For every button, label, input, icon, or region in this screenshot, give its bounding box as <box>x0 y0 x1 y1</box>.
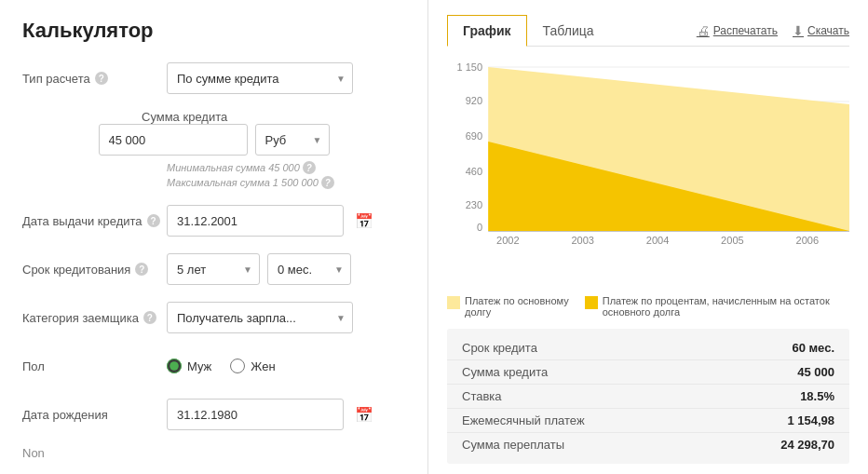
birth-date-label: Дата рождения <box>22 408 167 422</box>
summary-table: Срок кредита 60 мес. Сумма кредита 45 00… <box>447 329 849 464</box>
print-icon: 🖨 <box>697 23 710 38</box>
bottom-note: Non <box>22 446 405 460</box>
summary-row-3: Ежемесячный платеж 1 154,98 <box>447 409 849 433</box>
borrower-category-help-icon[interactable]: ? <box>143 311 156 324</box>
years-select-wrapper: 5 лет ▼ <box>167 253 260 285</box>
gender-female-label: Жен <box>251 359 275 373</box>
svg-text:920: 920 <box>466 95 482 106</box>
chart-svg: 1 150 920 690 460 230 0 2002 2003 2004 2… <box>447 58 849 244</box>
summary-row-2: Ставка 18.5% <box>447 385 849 409</box>
legend-color-0 <box>447 296 460 309</box>
svg-text:2006: 2006 <box>796 235 820 244</box>
svg-text:2003: 2003 <box>571 235 594 244</box>
loan-amount-label: Сумма кредита <box>142 110 286 124</box>
tab-actions: 🖨 Распечатать ⬇ Скачать <box>697 23 849 38</box>
gender-male-label: Муж <box>187 359 211 373</box>
calc-type-label: Тип расчета ? <box>22 72 167 86</box>
tab-tablica[interactable]: Таблица <box>527 15 610 47</box>
months-select-wrapper: 0 мес. ▼ <box>267 253 351 285</box>
currency-select-wrapper: Руб ▼ <box>255 124 330 156</box>
svg-text:690: 690 <box>466 130 482 142</box>
summary-label-2: Ставка <box>462 389 800 403</box>
print-button[interactable]: 🖨 Распечатать <box>697 23 778 38</box>
legend-item-1: Платеж по процентам, начисленным на оста… <box>585 295 849 318</box>
summary-value-0: 60 мес. <box>792 341 834 355</box>
birth-date-row: Дата рождения 📅 <box>22 398 405 431</box>
gender-control: Муж Жен <box>167 359 405 373</box>
svg-text:230: 230 <box>466 199 482 210</box>
tabs-row: График Таблица 🖨 Распечатать ⬇ Скачать <box>447 15 849 47</box>
legend-item-0: Платеж по основному долгу <box>447 295 570 318</box>
summary-row-1: Сумма кредита 45 000 <box>447 360 849 385</box>
issue-date-input[interactable] <box>167 205 344 237</box>
years-select[interactable]: 5 лет <box>167 253 260 285</box>
gender-female-radio[interactable] <box>230 359 245 373</box>
birth-date-input[interactable] <box>167 399 344 430</box>
hint-min: Минимальная сумма 45 000 ? <box>167 161 316 174</box>
legend-color-1 <box>585 296 598 309</box>
calc-type-row: Тип расчета ? По сумме кредита ▼ <box>22 61 405 95</box>
gender-male-radio[interactable] <box>167 359 182 373</box>
gender-label: Пол <box>22 359 167 373</box>
tab-grafik[interactable]: График <box>447 15 527 47</box>
calc-type-select-wrapper: По сумме кредита ▼ <box>167 62 353 94</box>
borrower-category-select-wrapper: Получатель зарпла... ▼ <box>167 302 353 333</box>
svg-text:0: 0 <box>477 222 482 233</box>
issue-date-label: Дата выдачи кредита ? <box>22 214 167 228</box>
gender-radio-group: Муж Жен <box>167 359 276 373</box>
svg-text:1 150: 1 150 <box>457 61 483 73</box>
svg-text:460: 460 <box>466 166 482 177</box>
issue-date-control: 📅 <box>167 205 405 237</box>
gender-female-option[interactable]: Жен <box>230 359 275 373</box>
right-panel: График Таблица 🖨 Распечатать ⬇ Скачать 1… <box>428 0 868 474</box>
months-select[interactable]: 0 мес. <box>267 253 351 285</box>
term-row: Срок кредитования ? 5 лет ▼ 0 мес. ▼ <box>22 252 405 286</box>
hint-min-help-icon[interactable]: ? <box>303 161 316 174</box>
loan-amount-inner: Сумма кредита Руб ▼ <box>22 110 405 156</box>
left-panel: Калькулятор Тип расчета ? По сумме креди… <box>0 0 428 474</box>
loan-amount-input[interactable] <box>99 124 248 156</box>
birth-date-control: 📅 <box>167 399 405 430</box>
calc-type-help-icon[interactable]: ? <box>95 72 108 85</box>
gender-row: Пол Муж Жен <box>22 349 405 383</box>
currency-select[interactable]: Руб <box>255 124 330 156</box>
hint-max: Максимальная сумма 1 500 000 ? <box>167 176 334 189</box>
summary-label-4: Сумма переплаты <box>462 438 780 452</box>
loan-amount-row: Сумма кредита Руб ▼ Минимальная сумма 45… <box>22 110 405 189</box>
summary-value-1: 45 000 <box>797 365 834 379</box>
borrower-category-row: Категория заемщика ? Получатель зарпла..… <box>22 301 405 334</box>
borrower-category-control: Получатель зарпла... ▼ <box>167 302 405 333</box>
gender-male-option[interactable]: Муж <box>167 359 211 373</box>
chart-container: 1 150 920 690 460 230 0 2002 2003 2004 2… <box>447 58 849 286</box>
issue-date-row: Дата выдачи кредита ? 📅 <box>22 204 405 237</box>
summary-label-1: Сумма кредита <box>462 365 797 379</box>
summary-label-3: Ежемесячный платеж <box>462 413 787 427</box>
birth-date-calendar-icon[interactable]: 📅 <box>351 401 377 427</box>
calc-type-select[interactable]: По сумме кредита <box>167 62 353 94</box>
hint-max-help-icon[interactable]: ? <box>321 176 334 189</box>
borrower-category-label: Категория заемщика ? <box>22 311 167 325</box>
calc-type-control: По сумме кредита ▼ <box>167 62 405 94</box>
svg-text:2002: 2002 <box>496 235 520 244</box>
loan-amount-control: Руб ▼ <box>99 124 330 156</box>
term-help-icon[interactable]: ? <box>135 263 148 276</box>
summary-label-0: Срок кредита <box>462 341 792 355</box>
page-title: Калькулятор <box>22 19 405 43</box>
legend-label-0: Платеж по основному долгу <box>465 295 570 318</box>
term-label: Срок кредитования ? <box>22 263 167 277</box>
issue-date-help-icon[interactable]: ? <box>147 214 160 227</box>
download-button[interactable]: ⬇ Скачать <box>793 23 849 38</box>
term-control: 5 лет ▼ 0 мес. ▼ <box>167 253 405 285</box>
borrower-category-select[interactable]: Получатель зарпла... <box>167 302 353 333</box>
summary-value-4: 24 298,70 <box>780 438 834 452</box>
svg-text:2004: 2004 <box>646 235 670 244</box>
svg-text:2005: 2005 <box>721 235 744 244</box>
issue-date-calendar-icon[interactable]: 📅 <box>351 208 377 234</box>
legend-label-1: Платеж по процентам, начисленным на оста… <box>603 295 849 318</box>
summary-value-3: 1 154,98 <box>787 413 834 427</box>
summary-row-0: Срок кредита 60 мес. <box>447 336 849 360</box>
download-icon: ⬇ <box>793 23 804 38</box>
summary-row-4: Сумма переплаты 24 298,70 <box>447 433 849 456</box>
legend-row: Платеж по основному долгу Платеж по проц… <box>447 295 849 318</box>
summary-value-2: 18.5% <box>800 389 834 403</box>
